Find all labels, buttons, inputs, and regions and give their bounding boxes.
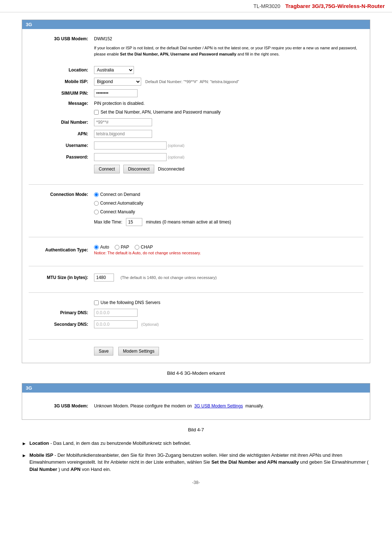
sim-pin-label: SIM/UIM PIN: bbox=[26, 87, 91, 99]
auth-pap-label[interactable]: PAP bbox=[115, 245, 129, 250]
conn-on-demand-radio[interactable] bbox=[94, 192, 99, 197]
auth-auto-radio[interactable] bbox=[94, 245, 99, 250]
connection-mode-label: Connection Mode: bbox=[26, 190, 91, 199]
page-header: TL-MR3020 Tragbarer 3G/3,75G-Wireless-N-… bbox=[0, 0, 392, 12]
bullet-arrow-2: ► bbox=[22, 452, 26, 459]
auth-pap-radio[interactable] bbox=[115, 245, 119, 250]
usb-modem-value: DWM152 bbox=[91, 34, 366, 43]
max-idle-label: Max Idle Time: bbox=[94, 219, 122, 225]
dns-checkbox[interactable] bbox=[94, 300, 99, 305]
form-table-2: 3G USB Modem: Unknown Modem. Please conf… bbox=[26, 398, 366, 414]
usb-modem-settings-link[interactable]: 3G USB Modem Settings bbox=[194, 403, 243, 409]
password-input[interactable] bbox=[94, 153, 167, 161]
info-text: If your location or ISP is not listed, o… bbox=[94, 45, 363, 57]
info-link: Set the Dial Number, APN, Username and P… bbox=[120, 52, 237, 56]
bullet-arrow-1: ► bbox=[22, 440, 26, 447]
save-button[interactable]: Save bbox=[94, 347, 113, 356]
max-idle-input[interactable] bbox=[126, 218, 142, 226]
save-row: Save Modem Settings bbox=[26, 345, 366, 357]
auth-type-label: Authentication Type: bbox=[26, 243, 91, 257]
bullet-mobile-isp-term: Mobile ISP bbox=[29, 452, 53, 458]
auth-notice: Notice: The default is Auto, do not chan… bbox=[94, 251, 363, 255]
location-select[interactable]: Australia bbox=[94, 66, 134, 74]
set-manually-row: Set the Dial Number, APN, Username and P… bbox=[26, 108, 366, 116]
mobile-isp-select[interactable]: Bigpond bbox=[94, 78, 141, 86]
location-row: Location: Australia bbox=[26, 64, 366, 76]
set-manually-checkbox-label[interactable]: Set the Dial Number, APN, Username and P… bbox=[94, 110, 363, 115]
unknown-modem-row: 3G USB Modem: Unknown Modem. Please conf… bbox=[26, 402, 366, 410]
password-row: Password: (optional) bbox=[26, 151, 366, 163]
auth-auto-label[interactable]: Auto bbox=[94, 245, 109, 250]
disconnect-button[interactable]: Disconnect bbox=[123, 165, 154, 173]
location-label: Location: bbox=[26, 64, 91, 76]
form-table: 3G USB Modem: DWM152 If your location or… bbox=[26, 34, 366, 357]
username-input[interactable] bbox=[94, 141, 167, 149]
dial-number-input[interactable] bbox=[94, 118, 152, 126]
dns-checkbox-label[interactable]: Use the following DNS Servers bbox=[94, 300, 363, 305]
conn-manual-radio[interactable] bbox=[94, 210, 99, 214]
auth-chap-label[interactable]: CHAP bbox=[135, 245, 153, 250]
connect-button[interactable]: Connect bbox=[94, 165, 120, 173]
bullet-mobile-isp-bold: Set the Dial Number and APN manually bbox=[211, 459, 299, 465]
secondary-dns-optional: (Optional) bbox=[141, 322, 159, 327]
mtu-note: (The default is 1480, do not change unle… bbox=[121, 275, 217, 280]
info-row: If your location or ISP is not listed, o… bbox=[26, 43, 366, 61]
connection-mode-row: Connection Mode: Connect on Demand bbox=[26, 190, 366, 199]
message-row: Message: PIN protection is disabled. bbox=[26, 99, 366, 108]
connect-row: Connect Disconnect Disconnected bbox=[26, 163, 366, 175]
conn-auto-radio[interactable] bbox=[94, 201, 99, 206]
max-idle-row: Max Idle Time: minutes (0 means remain a… bbox=[26, 216, 366, 228]
mtu-label: MTU Size (in bytes): bbox=[26, 272, 91, 283]
panel-header-3g-2: 3G bbox=[22, 383, 370, 393]
auth-type-group: Auto PAP CHAP bbox=[94, 245, 363, 250]
panel-3g-detected: 3G 3G USB Modem: DWM152 bbox=[22, 20, 370, 363]
panel-body-3g-2: 3G USB Modem: Unknown Modem. Please conf… bbox=[22, 393, 370, 419]
max-idle-note: minutes (0 means remain active at all ti… bbox=[146, 219, 231, 225]
conn-manual-row: Connect Manually bbox=[26, 208, 366, 216]
bullet-mobile-isp: ► Mobile ISP - Der Mobilfunkdiensteanbie… bbox=[22, 452, 370, 473]
panel-3g-unknown: 3G 3G USB Modem: Unknown Modem. Please c… bbox=[22, 383, 370, 420]
bullet-location-term: Location bbox=[29, 440, 49, 446]
caption-1: Bild 4-6 3G-Modem erkannt bbox=[22, 370, 370, 376]
apn-input[interactable] bbox=[94, 130, 152, 138]
dial-number-label: Dial Number: bbox=[26, 116, 91, 128]
mtu-input[interactable] bbox=[94, 274, 114, 282]
username-label: Username: bbox=[26, 140, 91, 151]
mobile-isp-default: Default Dial Number: "*99**#" APN: "tels… bbox=[145, 79, 239, 84]
sim-pin-row: SIM/UIM PIN: bbox=[26, 87, 366, 99]
connection-status: Disconnected bbox=[158, 167, 184, 172]
bullet-list: ► Location - Das Land, in dem das zu ben… bbox=[22, 440, 370, 473]
mobile-isp-row: Mobile ISP: Bigpond Default Dial Number:… bbox=[26, 76, 366, 87]
panel-header-3g: 3G bbox=[22, 20, 370, 29]
secondary-dns-row: Secondary DNS: (Optional) bbox=[26, 319, 366, 330]
secondary-dns-input[interactable] bbox=[94, 320, 138, 328]
bullet-location: ► Location - Das Land, in dem das zu ben… bbox=[22, 440, 370, 447]
dial-number-row: Dial Number: bbox=[26, 116, 366, 128]
main-content: 3G 3G USB Modem: DWM152 bbox=[0, 12, 392, 500]
conn-manual-label[interactable]: Connect Manually bbox=[94, 209, 363, 214]
unknown-modem-text2: manually. bbox=[245, 403, 264, 409]
primary-dns-row: Primary DNS: bbox=[26, 307, 366, 319]
modem-settings-button[interactable]: Modem Settings bbox=[118, 347, 159, 356]
usb-modem-row: 3G USB Modem: DWM152 bbox=[26, 34, 366, 43]
primary-dns-input[interactable] bbox=[94, 309, 138, 317]
product-name: Tragbarer 3G/3,75G-Wireless-N-Router bbox=[285, 3, 385, 9]
password-label: Password: bbox=[26, 151, 91, 163]
conn-auto-label[interactable]: Connect Automatically bbox=[94, 201, 363, 206]
auth-chap-radio[interactable] bbox=[135, 245, 139, 250]
set-manually-checkbox[interactable] bbox=[94, 110, 99, 115]
conn-on-demand-label[interactable]: Connect on Demand bbox=[94, 192, 363, 197]
username-row: Username: (optional) bbox=[26, 140, 366, 151]
caption-2: Bild 4-7 bbox=[22, 427, 370, 432]
apn-row: APN: bbox=[26, 128, 366, 140]
page-number: -38- bbox=[22, 480, 370, 492]
conn-auto-row: Connect Automatically bbox=[26, 199, 366, 208]
sim-pin-input[interactable] bbox=[94, 89, 138, 97]
mtu-row: MTU Size (in bytes): (The default is 148… bbox=[26, 272, 366, 283]
message-value: PIN protection is disabled. bbox=[91, 99, 366, 108]
apn-label: APN: bbox=[26, 128, 91, 140]
dns-check-row: Use the following DNS Servers bbox=[26, 298, 366, 307]
unknown-modem-label: 3G USB Modem: bbox=[26, 402, 91, 410]
password-optional: (optional) bbox=[168, 155, 184, 159]
auth-type-row: Authentication Type: Auto PAP bbox=[26, 243, 366, 257]
